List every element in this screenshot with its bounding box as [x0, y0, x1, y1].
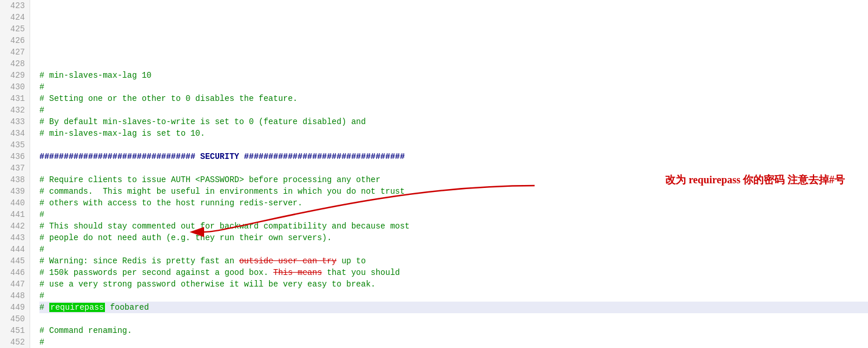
- code-line: ################################ SECURIT…: [39, 151, 868, 162]
- line-number: 424: [5, 12, 25, 23]
- code-line: # Warning: since Redis is pretty fast an…: [39, 255, 868, 267]
- line-numbers: 4234244254264274284294304314324334344354…: [0, 0, 30, 348]
- code-line: # By default min-slaves-to-write is set …: [39, 116, 868, 128]
- line-number: 444: [5, 244, 25, 255]
- code-line: # Setting one or the other to 0 disables…: [39, 93, 868, 104]
- hash-comment: #: [39, 303, 49, 312]
- code-line: # min-slaves-max-lag 10: [39, 70, 868, 81]
- requirepass-keyword: requirepass: [49, 303, 105, 312]
- comment-text: # min-slaves-max-lag 10: [39, 71, 151, 80]
- code-line: #: [39, 209, 868, 220]
- code-line: # requirepass foobared: [39, 302, 868, 313]
- line-number: 432: [5, 104, 25, 116]
- line-number: 448: [5, 290, 25, 302]
- code-content[interactable]: 改为 requirepass 你的密码 注意去掉#号 # min-slaves-…: [30, 0, 868, 348]
- line-number: 446: [5, 267, 25, 278]
- comment-text: # people do not need auth (e.g. they run…: [39, 233, 332, 242]
- section-header: ################################ SECURIT…: [39, 152, 405, 161]
- line-number: 437: [5, 162, 25, 174]
- code-line: # 150k passwords per second against a go…: [39, 267, 868, 278]
- comment-text: # 150k passwords per second against a go…: [39, 268, 400, 277]
- line-number: 428: [5, 58, 25, 70]
- line-number: 439: [5, 186, 25, 197]
- line-number: 440: [5, 197, 25, 209]
- comment-text: #: [39, 291, 44, 300]
- line-number: 445: [5, 255, 25, 267]
- line-number: 426: [5, 35, 25, 46]
- line-number: 449: [5, 302, 25, 313]
- line-number: 451: [5, 325, 25, 336]
- code-line: [39, 313, 868, 325]
- code-line: [39, 162, 868, 174]
- line-number: 427: [5, 46, 25, 58]
- code-line: # people do not need auth (e.g. they run…: [39, 232, 868, 244]
- comment-text: # commands. This might be useful in envi…: [39, 187, 405, 196]
- comment-text: # min-slaves-max-lag is set to 10.: [39, 129, 205, 138]
- code-line: # commands. This might be useful in envi…: [39, 186, 868, 197]
- line-number: 452: [5, 336, 25, 348]
- code-container: 4234244254264274284294304314324334344354…: [0, 0, 868, 348]
- code-line: # Command renaming.: [39, 325, 868, 336]
- comment-text: # By default min-slaves-to-write is set …: [39, 117, 366, 126]
- line-number: 431: [5, 93, 25, 104]
- code-line: #: [39, 290, 868, 302]
- line-number: 443: [5, 232, 25, 244]
- code-line: #: [39, 336, 868, 348]
- line-number: 429: [5, 70, 25, 81]
- line-number: 450: [5, 313, 25, 325]
- code-line: # others with access to the host running…: [39, 197, 868, 209]
- code-line: #: [39, 104, 868, 116]
- comment-text: #: [39, 338, 44, 347]
- code-line: #: [39, 244, 868, 255]
- code-line: # min-slaves-max-lag is set to 10.: [39, 128, 868, 139]
- comment-text: # Setting one or the other to 0 disables…: [39, 94, 297, 103]
- line-number: 441: [5, 209, 25, 220]
- line-number: 434: [5, 128, 25, 139]
- code-line: # This should stay commented out for bac…: [39, 220, 868, 232]
- comment-text: # Command renaming.: [39, 326, 132, 335]
- comment-text: #: [39, 82, 44, 92]
- annotation-text: 改为 requirepass 你的密码 注意去掉#号: [665, 174, 845, 186]
- comment-text: #: [39, 106, 44, 115]
- comment-text: # Warning: since Redis is pretty fast an…: [39, 256, 366, 266]
- comment-text: #: [39, 245, 44, 254]
- line-number: 430: [5, 81, 25, 93]
- line-number: 447: [5, 278, 25, 290]
- line-number: 423: [5, 0, 25, 12]
- line-number: 425: [5, 23, 25, 35]
- comment-text: # others with access to the host running…: [39, 198, 303, 208]
- comment-text: #: [39, 210, 44, 219]
- line-number: 438: [5, 174, 25, 186]
- code-line: [39, 139, 868, 151]
- code-line: #: [39, 81, 868, 93]
- code-line: # use a very strong password otherwise i…: [39, 278, 868, 290]
- comment-text: # This should stay commented out for bac…: [39, 222, 410, 231]
- line-number: 442: [5, 220, 25, 232]
- line-number: 433: [5, 116, 25, 128]
- line-number: 436: [5, 151, 25, 162]
- comment-text: # use a very strong password otherwise i…: [39, 280, 376, 289]
- comment-text: # Require clients to issue AUTH <PASSWOR…: [39, 175, 380, 184]
- line-number: 435: [5, 139, 25, 151]
- foobared-text: foobared: [105, 303, 149, 312]
